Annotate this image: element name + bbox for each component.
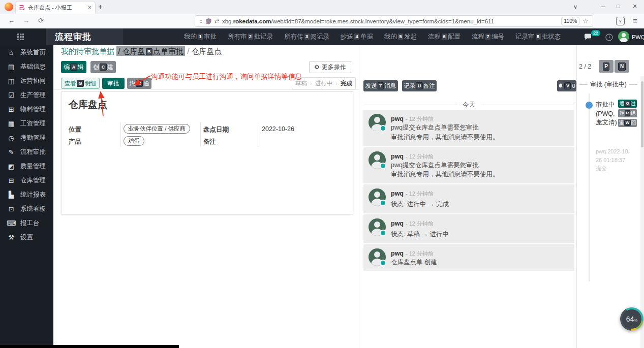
create-button[interactable]: 创C建 — [90, 61, 116, 73]
browser-menu-icon[interactable]: ≡ — [633, 16, 637, 25]
send-message-button[interactable]: 发送T消息 — [363, 80, 398, 91]
sidebar-item-attendance[interactable]: ◷考勤管理 — [0, 131, 53, 145]
browser-tab[interactable]: 己 仓库盘点 - 小报工 × — [16, 2, 95, 14]
message-row[interactable]: pwq- 12 分钟前 状态: 进行中 → 完成 — [363, 184, 574, 213]
pager-previous-button[interactable]: P — [599, 60, 614, 73]
sidebar-item-production[interactable]: ☑生产管理 — [0, 88, 53, 102]
approval-timeline — [589, 93, 590, 281]
field-value-product[interactable]: 鸡蛋 — [124, 136, 144, 146]
nav-item-process-number[interactable]: 流程7编号 — [472, 33, 504, 41]
sidebar-item-reports[interactable]: ▙统计报表 — [0, 187, 53, 202]
zoom-indicator[interactable]: 110% — [561, 17, 579, 25]
window-close-button[interactable]: × — [633, 2, 637, 10]
online-status-dot — [380, 200, 386, 206]
cart-icon: ⊞ — [7, 106, 16, 113]
scrollbar-thumb[interactable] — [641, 81, 643, 147]
activity-clock-icon[interactable] — [605, 34, 613, 41]
nav-item-my-approvals[interactable]: 我的1审批 — [184, 33, 217, 41]
approval-header: 审批 (审批中) — [579, 80, 637, 89]
main-sidebar: ⌂系统首页 ▤基础信息 ◫运营协同 ☑生产管理 ⊞物料管理 ▦工资管理 ◷考勤管… — [0, 45, 53, 348]
terminal-icon: ⌨ — [7, 219, 16, 227]
sidebar-item-basic-info[interactable]: ▤基础信息 — [0, 59, 53, 74]
pager-next-button[interactable]: N — [615, 60, 629, 73]
status-step-inprogress[interactable]: 进行中 — [315, 80, 333, 87]
tab-close-icon[interactable]: × — [88, 4, 91, 11]
approval-pass-button[interactable]: 通O过 — [618, 100, 637, 108]
online-status-dot — [380, 125, 386, 132]
nav-item-process-config[interactable]: 流程6配置 — [428, 33, 461, 41]
url-field[interactable]: ○ ⇄ xbg.rokedata.com/web#id=87&model=rok… — [195, 15, 593, 27]
firefox-logo-icon[interactable] — [5, 3, 13, 11]
recording-progress-badge[interactable]: 64% — [620, 307, 643, 331]
nav-item-all-approval-records[interactable]: 所有审2批记录 — [228, 33, 273, 41]
nav-item-all-circulation-records[interactable]: 所有传3阅记录 — [284, 33, 329, 41]
bookmark-star-icon[interactable]: ☆ — [582, 17, 589, 25]
chevron-right-icon: › — [310, 80, 312, 86]
sidebar-item-work-terminal[interactable]: ⌨报工台 — [0, 216, 53, 230]
sidebar-item-home[interactable]: ⌂系统首页 — [0, 45, 53, 59]
new-tab-button[interactable]: + — [98, 2, 103, 11]
screen: 己 仓库盘点 - 小报工 × + ∨ – □ × ← → ⟳ ○ ⇄ xbg.r… — [0, 0, 644, 348]
approval-reject-button[interactable]: 拒R绝 — [618, 109, 637, 117]
online-status-dot — [380, 163, 386, 169]
message-row[interactable]: pwq- 12 分钟前 pwq提交仓库盘点单需要您审批 审批消息专用，其他消息请… — [363, 110, 574, 146]
message-row[interactable]: pwq- 12 分钟前 pwq提交仓库盘点单需要您审批 审批消息专用，其他消息请… — [363, 147, 574, 184]
tab-list-dropdown-icon[interactable]: ∨ — [573, 4, 577, 10]
followers-button[interactable]: V 0 — [557, 80, 576, 91]
sidebar-item-operation-collab[interactable]: ◫运营协同 — [0, 74, 53, 88]
divider — [200, 122, 201, 147]
sidebar-item-salary[interactable]: ▦工资管理 — [0, 116, 53, 131]
field-label-product: 产品 — [69, 138, 81, 146]
sidebar-item-warehouse[interactable]: ⊟仓库管理 — [0, 173, 53, 187]
sidebar-item-material[interactable]: ⊞物料管理 — [0, 102, 53, 116]
divider — [120, 122, 121, 147]
approve-button[interactable]: 审批 — [102, 78, 125, 89]
user-avatar[interactable] — [618, 31, 629, 42]
hint-badge: M — [136, 80, 143, 87]
hint-badge: N — [618, 62, 625, 71]
sidebar-item-quality[interactable]: ◩质量管理 — [0, 159, 53, 173]
approval-return-button[interactable]: 退W回 — [618, 119, 637, 127]
hint-badge: R — [625, 110, 631, 116]
back-button[interactable]: ← — [8, 17, 15, 24]
message-row[interactable]: pwq- 12 分钟前 仓库盘点单 创建 — [363, 244, 574, 271]
log-note-button[interactable]: 记录U备注 — [402, 80, 437, 91]
edit-button[interactable]: 编A辑 — [61, 61, 86, 73]
divider — [359, 45, 359, 348]
user-name[interactable]: PWQ — [632, 34, 644, 40]
switch-tab-icon: ⇄ — [214, 18, 219, 24]
approval-submit-info: pwq 2022-10-26 01:18:37 提交 — [596, 147, 632, 173]
divider — [258, 122, 258, 147]
sidebar-item-settings[interactable]: ⚒设置 — [0, 230, 53, 244]
breadcrumb-inventory-approval[interactable]: / 仓库盘B点单审批 — [116, 46, 185, 56]
field-value-location[interactable]: 业务伙伴位置 / 供应商 — [124, 124, 190, 134]
reload-button[interactable]: ⟳ — [38, 17, 44, 24]
view-detail-button[interactable]: 查看G明细 — [61, 78, 100, 89]
nav-item-my-initiated[interactable]: 我的5发起 — [384, 33, 417, 41]
forward-button[interactable]: → — [23, 17, 29, 24]
online-status-dot — [380, 230, 386, 236]
sidebar-item-process-approval[interactable]: ✎流程审批 — [0, 145, 53, 159]
site-info-icon[interactable]: ○ — [199, 18, 203, 24]
field-value-date[interactable]: 2022-10-26 — [262, 125, 294, 133]
window-maximize-button[interactable]: □ — [617, 3, 620, 9]
app-title[interactable]: 流程审批 — [46, 28, 123, 45]
sidebar-toggle-icon[interactable]: ∨ — [616, 17, 625, 25]
more-actions-button[interactable]: ⚙更多操作 — [309, 61, 351, 73]
nav-item-cc-documents[interactable]: 抄送4单据 — [341, 33, 373, 41]
communicate-button[interactable]: 沟M通 — [127, 78, 151, 89]
window-minimize-button[interactable]: – — [601, 2, 605, 10]
nav-item-record-approval-status[interactable]: 记录审8批状态 — [515, 33, 561, 41]
approval-step-text: 审批中 (PWQ, 庞文清) — [596, 101, 618, 128]
status-step-done[interactable]: 完成 — [341, 80, 352, 87]
collab-icon: ◫ — [7, 77, 16, 85]
message-row[interactable]: pwq- 12 分钟前 状态: 草稿 → 进行中 — [363, 214, 574, 243]
timeline-dot — [586, 102, 593, 109]
shield-icon[interactable] — [206, 18, 211, 24]
breadcrumb-my-pending[interactable]: 我的待审批单据 — [61, 47, 114, 55]
hint-badge: 8 — [535, 33, 541, 40]
tab-title: 仓库盘点 - 小报工 — [28, 4, 85, 12]
sidebar-item-dashboard[interactable]: ⊡系统看板 — [0, 202, 53, 216]
field-label-date: 盘点日期 — [203, 125, 229, 134]
apps-grid-icon[interactable] — [17, 34, 24, 40]
